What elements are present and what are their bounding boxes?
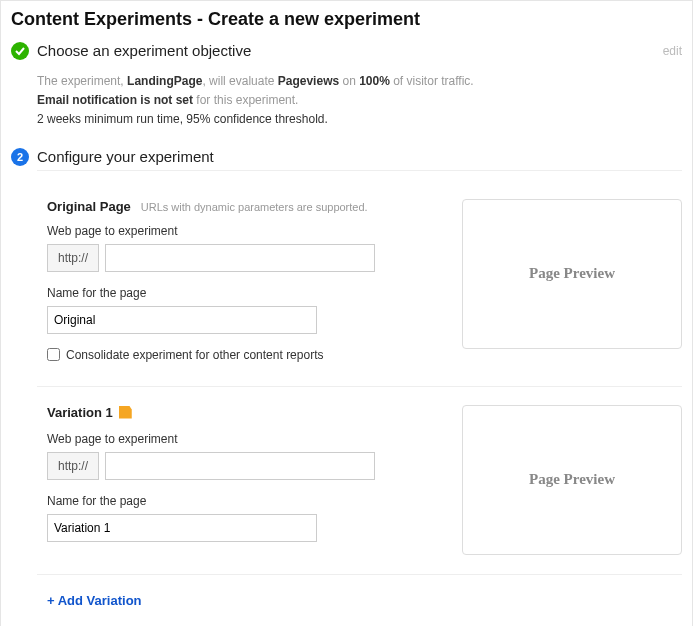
variation-url-input[interactable] (105, 452, 375, 480)
name-label: Name for the page (47, 286, 442, 300)
note-icon (119, 406, 132, 419)
original-page-section: Original Page URLs with dynamic paramete… (37, 181, 682, 386)
traffic-pct: 100% (359, 74, 390, 88)
step-objective: Choose an experiment objective edit (11, 42, 682, 60)
page-preview: Page Preview (462, 405, 682, 555)
step-number-icon: 2 (11, 148, 29, 166)
original-name-input[interactable] (47, 306, 317, 334)
summary-text: The experiment, (37, 74, 127, 88)
configure-body: Original Page URLs with dynamic paramete… (37, 181, 682, 574)
summary-text: on (339, 74, 359, 88)
email-status: Email notification is not set (37, 93, 193, 107)
experiment-name: LandingPage (127, 74, 202, 88)
step-configure-title: Configure your experiment (37, 148, 214, 165)
threshold-text: 2 weeks minimum run time, 95% confidence… (37, 110, 682, 129)
check-icon (11, 42, 29, 60)
page-preview: Page Preview (462, 199, 682, 349)
variation-1-section: Variation 1 Web page to experiment http:… (37, 386, 682, 574)
url-label: Web page to experiment (47, 432, 442, 446)
step-objective-title: Choose an experiment objective (37, 42, 251, 59)
summary-text: for this experiment. (193, 93, 298, 107)
edit-link[interactable]: edit (663, 44, 682, 58)
name-label: Name for the page (47, 494, 442, 508)
consolidate-label: Consolidate experiment for other content… (66, 348, 323, 362)
protocol-prefix[interactable]: http:// (47, 452, 99, 480)
summary-text: of visitor traffic. (390, 74, 474, 88)
consolidate-checkbox[interactable] (47, 348, 60, 361)
original-heading: Original Page (47, 199, 131, 214)
metric-name: Pageviews (278, 74, 339, 88)
step-configure: 2 Configure your experiment (11, 148, 682, 166)
url-label: Web page to experiment (47, 224, 442, 238)
variation-name-input[interactable] (47, 514, 317, 542)
variation-heading: Variation 1 (47, 405, 113, 420)
step-objective-summary: The experiment, LandingPage, will evalua… (37, 72, 682, 130)
page-title: Content Experiments - Create a new exper… (11, 9, 682, 30)
add-variation-link[interactable]: + Add Variation (47, 593, 142, 608)
summary-text: , will evaluate (202, 74, 277, 88)
protocol-prefix[interactable]: http:// (47, 244, 99, 272)
experiment-wizard: Content Experiments - Create a new exper… (0, 0, 693, 626)
original-hint: URLs with dynamic parameters are support… (141, 201, 368, 213)
original-url-input[interactable] (105, 244, 375, 272)
